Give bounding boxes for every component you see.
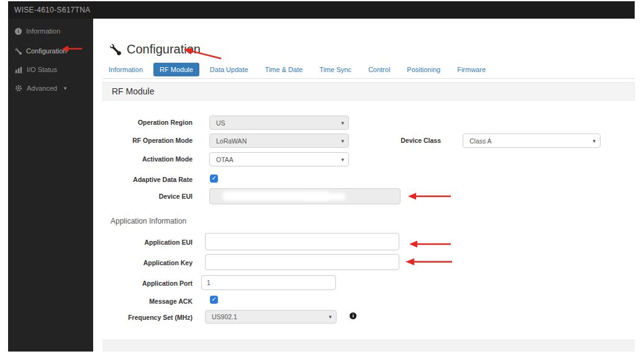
tab-data-update[interactable]: Data Update <box>204 63 255 76</box>
message-ack-checkbox[interactable] <box>210 296 218 304</box>
tab-firmware[interactable]: Firmware <box>451 63 492 76</box>
activation-mode-label: Activation Mode <box>93 155 193 163</box>
top-navbar: WISE-4610-S617TNA <box>8 1 635 19</box>
device-class-label: Device Class <box>345 137 441 144</box>
page-title: Configuration <box>127 42 201 57</box>
adaptive-data-rate-checkbox[interactable] <box>210 175 218 183</box>
application-key-label: Application Key <box>93 259 193 266</box>
chevron-down-icon: ▾ <box>341 157 344 163</box>
tab-time-sync[interactable]: Time Sync <box>313 63 358 76</box>
gears-icon <box>15 84 22 92</box>
tab-control[interactable]: Control <box>362 63 396 76</box>
rf-operation-mode-select[interactable]: LoRaWAN ▾ <box>209 134 349 148</box>
wrench-icon <box>110 44 121 55</box>
sidebar: Information Configuration I/O Status Adv… <box>8 19 93 352</box>
tab-rf-module[interactable]: RF Module <box>153 63 199 76</box>
annotation-arrow-device-eui <box>407 192 453 201</box>
operation-region-value: US <box>216 119 225 127</box>
tab-time-date[interactable]: Time & Date <box>259 63 309 76</box>
application-port-input[interactable] <box>201 275 336 290</box>
page-header: Configuration <box>110 42 201 57</box>
frequency-set-label: Frequency Set (MHz) <box>93 314 193 321</box>
annotation-arrow-application-key <box>404 257 454 266</box>
chevron-down-icon: ▾ <box>592 138 596 144</box>
device-eui-input[interactable] <box>209 188 401 204</box>
bar-chart-icon <box>15 66 22 73</box>
device-eui-label: Device EUI <box>93 193 193 200</box>
rf-operation-mode-label: RF Operation Mode <box>93 137 193 144</box>
info-circle-icon <box>15 28 22 35</box>
tab-information[interactable]: Information <box>102 63 149 76</box>
device-class-select[interactable]: Class A ▾ <box>463 134 601 148</box>
sidebar-item-io-status[interactable]: I/O Status <box>8 62 93 77</box>
panel-title: RF Module <box>112 86 154 96</box>
device-brand[interactable]: WISE-4610-S617TNA <box>14 6 90 14</box>
annotation-arrow-application-eui <box>408 240 453 248</box>
device-class-value: Class A <box>469 137 492 145</box>
operation-region-select[interactable]: US ▾ <box>209 116 349 130</box>
operation-region-label: Operation Region <box>93 119 193 126</box>
config-tabs: Information RF Module Data Update Time &… <box>102 62 492 77</box>
chevron-down-icon: ▾ <box>341 138 344 144</box>
chevron-down-icon: ▾ <box>341 120 344 126</box>
application-eui-input[interactable] <box>205 233 399 250</box>
sidebar-item-label: Configuration <box>26 47 66 55</box>
sidebar-item-label: Information <box>26 27 60 35</box>
rf-operation-mode-value: LoRaWAN <box>216 137 247 145</box>
application-eui-label: Application EUI <box>93 239 193 246</box>
tab-positioning[interactable]: Positioning <box>401 63 447 76</box>
application-information-section-title: Application Information <box>111 217 186 225</box>
application-key-input[interactable] <box>205 254 399 270</box>
sidebar-item-label: Advanced <box>27 84 57 92</box>
tabs-underline <box>102 78 635 79</box>
activation-mode-value: OTAA <box>216 156 234 163</box>
adaptive-data-rate-label: Adaptive Data Rate <box>93 176 193 183</box>
frequency-set-value: US902.1 <box>212 313 237 320</box>
sidebar-item-configuration[interactable]: Configuration <box>8 43 93 58</box>
caret-down-icon: ▼ <box>63 86 68 91</box>
activation-mode-select[interactable]: OTAA ▾ <box>209 152 349 166</box>
panel-footer <box>102 340 635 352</box>
sidebar-item-advanced[interactable]: Advanced ▼ <box>8 81 93 96</box>
chevron-down-icon: ▾ <box>329 314 332 320</box>
frequency-set-select[interactable]: US902.1 ▾ <box>205 310 337 324</box>
frequency-info-icon[interactable] <box>350 312 356 319</box>
panel-heading: RF Module <box>102 82 635 101</box>
sidebar-item-information[interactable]: Information <box>8 24 93 39</box>
message-ack-label: Message ACK <box>93 298 193 305</box>
wrench-icon <box>15 48 22 55</box>
application-port-label: Application Port <box>93 279 193 287</box>
sidebar-item-label: I/O Status <box>27 66 57 73</box>
